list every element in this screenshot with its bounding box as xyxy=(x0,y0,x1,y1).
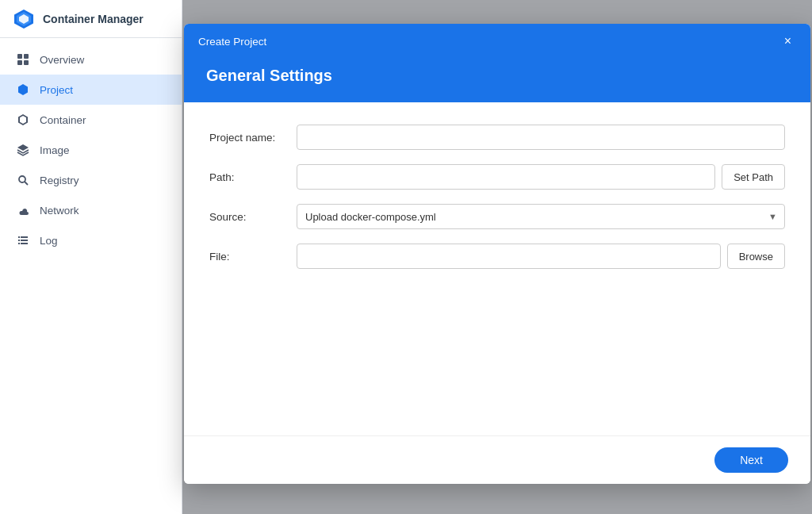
project-name-input[interactable] xyxy=(297,125,785,150)
svg-rect-11 xyxy=(21,236,28,238)
modal-close-button[interactable]: × xyxy=(779,33,796,49)
search-registry-icon xyxy=(16,173,30,187)
svg-marker-7 xyxy=(18,84,28,95)
source-select[interactable]: Upload docker-compose.yml Git repository… xyxy=(297,204,785,229)
sidebar-item-network[interactable]: Network xyxy=(0,195,182,225)
svg-rect-14 xyxy=(18,243,20,244)
sidebar-item-container[interactable]: Container xyxy=(0,105,182,135)
cloud-icon xyxy=(16,203,30,217)
sidebar-item-label: Registry xyxy=(40,175,79,186)
modal-topbar-title: Create Project xyxy=(198,36,266,48)
create-project-modal: Create Project × General Settings Projec… xyxy=(184,24,810,484)
file-row: File: Browse xyxy=(209,244,785,269)
main-content: Create Project × General Settings Projec… xyxy=(182,0,812,514)
svg-rect-12 xyxy=(18,240,20,241)
set-path-button[interactable]: Set Path xyxy=(722,164,785,190)
next-button[interactable]: Next xyxy=(714,447,788,473)
svg-rect-10 xyxy=(18,236,20,238)
browse-button[interactable]: Browse xyxy=(727,244,785,269)
list-icon xyxy=(16,233,30,247)
svg-rect-5 xyxy=(17,60,22,65)
sidebar-item-log[interactable]: Log xyxy=(0,225,182,255)
project-name-label: Project name: xyxy=(209,132,297,144)
project-name-row: Project name: xyxy=(209,125,785,150)
path-label: Path: xyxy=(209,171,297,183)
svg-line-9 xyxy=(25,182,28,185)
svg-point-8 xyxy=(19,176,25,182)
file-input[interactable] xyxy=(297,244,721,269)
sidebar: Container Manager Overview Project xyxy=(0,0,182,514)
hexagon-icon xyxy=(16,82,30,97)
source-label: Source: xyxy=(209,211,297,223)
sidebar-item-project[interactable]: Project xyxy=(0,75,182,105)
grid-icon xyxy=(16,52,30,67)
cube-icon xyxy=(16,113,30,127)
source-row: Source: Upload docker-compose.yml Git re… xyxy=(209,204,785,229)
sidebar-item-label: Network xyxy=(40,205,79,217)
source-select-wrapper: Upload docker-compose.yml Git repository… xyxy=(297,204,785,229)
sidebar-item-registry[interactable]: Registry xyxy=(0,165,182,195)
sidebar-item-label: Log xyxy=(40,235,58,247)
app-logo xyxy=(13,8,35,30)
sidebar-item-label: Container xyxy=(40,114,86,126)
svg-rect-3 xyxy=(17,54,22,59)
svg-rect-4 xyxy=(24,54,29,59)
modal-overlay: Create Project × General Settings Projec… xyxy=(182,0,812,514)
layers-icon xyxy=(16,143,30,157)
path-input-group: Set Path xyxy=(297,164,785,190)
modal-topbar: Create Project × xyxy=(184,24,810,59)
modal-footer: Next xyxy=(184,435,810,484)
path-row: Path: Set Path xyxy=(209,164,785,190)
path-input[interactable] xyxy=(297,164,715,190)
modal-header-title: General Settings xyxy=(206,67,332,84)
sidebar-item-label: Image xyxy=(40,144,70,156)
sidebar-item-label: Overview xyxy=(40,54,84,66)
sidebar-header: Container Manager xyxy=(0,0,182,38)
modal-body: Project name: Path: Set Path Source: xyxy=(184,102,810,435)
svg-rect-13 xyxy=(21,240,28,241)
file-input-group: Browse xyxy=(297,244,785,269)
app-title: Container Manager xyxy=(43,13,144,25)
file-label: File: xyxy=(209,251,297,263)
sidebar-item-overview[interactable]: Overview xyxy=(0,44,182,75)
sidebar-nav: Overview Project Container xyxy=(0,38,182,514)
svg-rect-15 xyxy=(21,243,28,244)
sidebar-item-image[interactable]: Image xyxy=(0,135,182,165)
sidebar-item-label: Project xyxy=(40,84,73,96)
modal-header: General Settings xyxy=(184,59,810,102)
svg-rect-6 xyxy=(24,60,29,65)
